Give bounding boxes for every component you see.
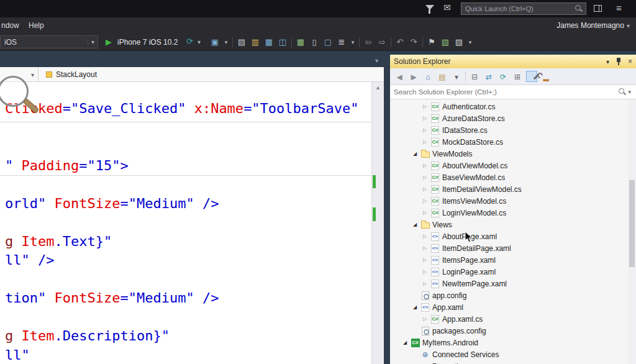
device-manager-button[interactable]: ▯: [309, 37, 319, 47]
start-debug-button[interactable]: ▶: [106, 37, 112, 47]
tree-item[interactable]: ▷C#ItemsViewModel.cs: [390, 195, 636, 207]
tree-item[interactable]: ◢Views: [390, 219, 636, 230]
expand-arrow-icon[interactable]: ◢: [410, 304, 420, 310]
pin-icon[interactable]: [616, 57, 622, 66]
navigate-forward-button[interactable]: ⇨: [377, 37, 387, 47]
tree-item[interactable]: ⊕Connected Services: [390, 348, 636, 360]
expand-arrow-icon[interactable]: ▷: [420, 116, 430, 121]
save-all-button[interactable]: ◫: [278, 37, 288, 47]
expand-arrow-icon[interactable]: ▷: [420, 175, 430, 180]
expand-arrow-icon[interactable]: ▷: [420, 257, 430, 263]
window-layout-icon[interactable]: [594, 5, 602, 12]
sync-with-active-document-button[interactable]: ⇄: [483, 71, 494, 82]
tree-item[interactable]: ▷C#AzureDataStore.cs: [390, 112, 636, 124]
expand-arrow-icon[interactable]: ▷: [420, 316, 430, 322]
device-log-button[interactable]: ≣: [337, 37, 347, 47]
expand-arrow-icon[interactable]: ▷: [420, 281, 430, 286]
undo-button[interactable]: ↶: [395, 37, 405, 47]
new-file-button[interactable]: ▤: [237, 37, 247, 47]
expand-arrow-icon[interactable]: ▷: [420, 234, 430, 239]
solution-explorer-scrollbar[interactable]: [628, 99, 636, 364]
close-icon[interactable]: ×: [628, 57, 632, 66]
tree-item[interactable]: ▷<>NewItemPage.xaml: [390, 278, 636, 289]
open-file-button[interactable]: ▥: [250, 37, 260, 47]
save-button[interactable]: ▦: [264, 37, 274, 47]
redo-button[interactable]: ↷: [409, 37, 419, 47]
refresh-devices-icon[interactable]: ⟳: [186, 37, 193, 46]
chevron-down-icon[interactable]: ▾: [628, 89, 631, 95]
home-button[interactable]: ⌂: [422, 71, 434, 82]
menu-icon[interactable]: ≡: [616, 2, 622, 13]
tree-item[interactable]: ▷C#App.xaml.cs: [390, 313, 636, 325]
dropdown-caret[interactable]: ▾: [451, 71, 462, 82]
expand-arrow-icon[interactable]: ◢: [400, 340, 410, 345]
editor-window-menu-caret[interactable]: ▾: [375, 57, 378, 64]
chevron-down-icon[interactable]: ▾: [198, 39, 201, 45]
back-button[interactable]: ◀: [394, 71, 405, 82]
tree-item[interactable]: ▷C#BaseViewModel.cs: [390, 171, 636, 183]
feedback-icon[interactable]: ✉: [443, 2, 451, 12]
window-position-caret[interactable]: ▾: [606, 58, 609, 65]
scrollbar-thumb[interactable]: [629, 180, 635, 267]
tree-item[interactable]: ◢C#MyItems.Android: [390, 337, 636, 348]
expand-arrow-icon[interactable]: ▷: [420, 198, 430, 204]
navigate-back-button[interactable]: ⇦: [363, 37, 373, 47]
tree-item[interactable]: packages.config: [390, 325, 636, 337]
xaml-icon: <>: [430, 232, 440, 241]
refresh-button[interactable]: ⟳: [497, 71, 509, 82]
tree-item[interactable]: app.config: [390, 289, 636, 301]
menu-item-help[interactable]: Help: [29, 21, 44, 30]
tree-item[interactable]: ▷<>LoginPage.xaml: [390, 266, 636, 278]
tree-item-label: Properties: [432, 362, 466, 364]
expand-arrow-icon[interactable]: ▷: [420, 186, 430, 192]
tree-item[interactable]: ▷<>ItemsPage.xaml: [390, 254, 636, 266]
expand-arrow-icon[interactable]: ▷: [420, 139, 430, 145]
expand-arrow-icon[interactable]: ◢: [410, 151, 420, 157]
tree-item[interactable]: ▷C#LoginViewModel.cs: [390, 207, 636, 219]
expand-arrow-icon[interactable]: ▷: [420, 210, 430, 216]
tree-item[interactable]: ▷C#AboutViewModel.cs: [390, 160, 636, 171]
editor-scrollbar[interactable]: [371, 82, 384, 364]
dropdown-caret[interactable]: ▾: [224, 37, 229, 47]
properties-button[interactable]: [526, 71, 537, 82]
expand-arrow-icon[interactable]: ▷: [420, 163, 430, 168]
tree-item[interactable]: ▷Properties: [390, 360, 636, 364]
tree-item[interactable]: ▷<>ItemDetailPage.xaml: [390, 242, 636, 254]
expand-arrow-icon[interactable]: ◢: [410, 222, 420, 227]
filter-icon[interactable]: [425, 4, 435, 14]
type-dropdown[interactable]: StackLayout: [39, 67, 97, 81]
solution-configurations-dropdown[interactable]: iOS ▾: [0, 35, 98, 48]
current-line-border: [0, 122, 371, 122]
emulator-manager-button[interactable]: ▢: [323, 37, 333, 47]
quick-launch-input[interactable]: [461, 5, 575, 12]
forward-button[interactable]: ▶: [408, 71, 419, 82]
tree-item[interactable]: ▷<>AboutPage.xaml: [390, 230, 636, 242]
comment-button[interactable]: ▧: [440, 37, 450, 47]
code-editor[interactable]: Clicked="Save_Clicked" x:Name="ToolbarSa…: [0, 82, 371, 364]
extensions-window-button[interactable]: ▣: [210, 37, 220, 47]
scroll-up-arrow[interactable]: ▲: [375, 84, 381, 91]
tree-item[interactable]: ▷C#IDataStore.cs: [390, 124, 636, 136]
tree-item[interactable]: ◢ViewModels: [390, 148, 636, 160]
solution-explorer-header[interactable]: Solution Explorer ▾ ×: [390, 55, 636, 68]
switch-views-button[interactable]: ▤: [437, 71, 448, 82]
expand-arrow-icon[interactable]: ▷: [420, 269, 430, 275]
tree-item[interactable]: ▷C#ItemDetailViewModel.cs: [390, 183, 636, 195]
tree-item[interactable]: ▷C#Authenticator.cs: [390, 101, 636, 112]
dropdown-caret[interactable]: ▾: [468, 37, 473, 47]
user-account[interactable]: James Montemagno▾: [556, 21, 630, 30]
collapse-all-button[interactable]: ⊟: [469, 71, 480, 82]
android-sdk-manager-button[interactable]: ▦: [296, 37, 306, 47]
uncomment-button[interactable]: ▨: [454, 37, 464, 47]
run-target-label[interactable]: iPhone 7 iOS 10.2: [117, 38, 178, 47]
tree-item[interactable]: ▷C#MockDataStore.cs: [390, 136, 636, 148]
bookmark-button[interactable]: ⚑: [427, 37, 437, 47]
dropdown-caret[interactable]: ▾: [350, 37, 355, 47]
expand-arrow-icon[interactable]: ▷: [420, 245, 430, 251]
tree-item[interactable]: ◢<>App.xaml: [390, 301, 636, 313]
menu-item-window[interactable]: ndow: [1, 21, 19, 30]
solution-explorer-search[interactable]: Search Solution Explorer (Ctrl+;) ▾: [390, 84, 636, 99]
show-all-files-button[interactable]: ⊞: [512, 71, 523, 82]
expand-arrow-icon[interactable]: ▷: [420, 104, 430, 109]
expand-arrow-icon[interactable]: ▷: [420, 127, 430, 133]
